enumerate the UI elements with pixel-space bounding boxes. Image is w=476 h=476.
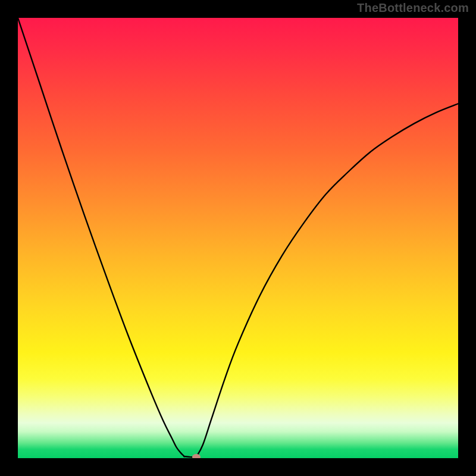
curve-svg	[18, 18, 458, 458]
watermark-text: TheBottleneck.com	[357, 1, 469, 15]
bottleneck-curve	[18, 18, 458, 458]
optimum-marker	[192, 454, 201, 458]
plot-area	[18, 18, 458, 458]
chart-stage: TheBottleneck.com	[0, 0, 476, 476]
